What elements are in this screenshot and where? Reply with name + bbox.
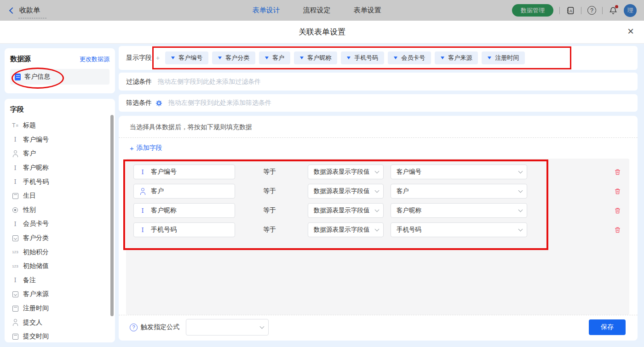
operator-label: 等于 <box>263 168 277 176</box>
rule-row: 手机号码 等于 数据源表显示字段值 手机号码 <box>133 222 629 237</box>
field-item[interactable]: 注册时间 <box>10 301 115 316</box>
field-item[interactable]: 提交时间 <box>10 330 115 342</box>
calendar-icon <box>11 333 19 340</box>
display-field-chip[interactable]: 客户 <box>259 51 290 64</box>
text-icon <box>138 169 147 176</box>
top-navigation-bar: 收款单 表单设计 流程设定 表单设置 数据管理 A ? 理 <box>0 0 644 21</box>
source-type-dropdown[interactable]: 数据源表显示字段值 <box>308 222 384 237</box>
top-tabs: 表单设计 流程设定 表单设置 <box>253 6 381 15</box>
chevron-down-icon <box>375 169 380 173</box>
datasource-item-label: 客户信息 <box>24 73 50 81</box>
source-type-dropdown[interactable]: 数据源表显示字段值 <box>308 203 384 218</box>
field-item[interactable]: 客户 <box>10 147 115 161</box>
fill-rules-card: 当选择具体数据后，将按如下规则填充数据 + 添加字段 客户编号 等于 数据源表显… <box>119 116 638 341</box>
source-type-dropdown[interactable]: 数据源表显示字段值 <box>308 165 384 179</box>
display-field-chip[interactable]: 客户来源 <box>435 51 478 64</box>
filter-placeholder: 拖动左侧字段到此处来添加过滤条件 <box>158 78 261 86</box>
sift-placeholder: 拖动左侧字段到此处来添加筛选条件 <box>168 99 271 107</box>
filter-condition-row[interactable]: 过滤条件 拖动左侧字段到此处来添加过滤条件 <box>119 73 638 91</box>
field-item[interactable]: 客户分类 <box>10 231 115 245</box>
translate-icon[interactable]: A <box>566 6 575 15</box>
delete-rule-icon[interactable] <box>614 207 621 214</box>
chevron-down-icon <box>375 227 380 231</box>
fields-card: 字段 标题 客户编号 客户 客户昵称 手机号码 生日 性别 会员卡号 客户分类 … <box>5 99 115 342</box>
rule-field-box[interactable]: 手机号码 <box>133 222 235 237</box>
field-item[interactable]: 会员卡号 <box>10 217 115 231</box>
svg-text:A: A <box>569 8 573 13</box>
source-field-dropdown[interactable]: 客户昵称 <box>391 203 527 218</box>
field-item[interactable]: 标题 <box>10 119 115 133</box>
field-item[interactable]: 客户昵称 <box>10 161 115 175</box>
change-datasource-link[interactable]: 更改数据源 <box>80 55 109 63</box>
field-item[interactable]: 提交人 <box>10 315 115 330</box>
number-icon <box>11 263 19 270</box>
back-button[interactable]: 收款单 <box>7 6 40 15</box>
data-manage-button[interactable]: 数据管理 <box>512 4 553 17</box>
help-icon[interactable]: ? <box>587 6 596 15</box>
display-field-chip[interactable]: 客户昵称 <box>294 51 337 64</box>
display-field-chips: 客户编号 客户分类 客户 客户昵称 手机号码 会员卡号 客户来源 注册时间 <box>165 51 525 64</box>
field-item[interactable]: 生日 <box>10 189 115 203</box>
field-item[interactable]: 客户来源 <box>10 287 115 301</box>
text-icon <box>11 165 19 171</box>
field-item[interactable]: 备注 <box>10 273 115 288</box>
delete-rule-icon[interactable] <box>614 168 621 176</box>
add-display-field-icon[interactable]: + <box>156 54 160 62</box>
close-icon[interactable]: × <box>627 26 634 37</box>
divider <box>119 137 638 138</box>
bell-icon[interactable] <box>609 6 618 15</box>
dropdown-triangle-icon <box>218 57 222 59</box>
calendar-icon <box>11 193 19 199</box>
chevron-down-icon <box>260 324 264 329</box>
tab-form-setting[interactable]: 表单设置 <box>354 6 381 15</box>
add-field-button[interactable]: + 添加字段 <box>130 144 162 152</box>
avatar[interactable]: 理 <box>624 4 637 17</box>
datasource-card: 数据源 更改数据源 客户信息 <box>5 48 115 93</box>
operator-label: 等于 <box>263 206 277 215</box>
filter-condition-label: 过滤条件 <box>126 78 152 86</box>
trigger-formula-dropdown[interactable] <box>186 319 269 336</box>
tab-form-design[interactable]: 表单设计 <box>253 6 280 15</box>
display-field-chip[interactable]: 会员卡号 <box>388 51 431 64</box>
number-icon <box>11 249 19 256</box>
rule-field-box[interactable]: 客户 <box>133 184 235 199</box>
display-field-chip[interactable]: 注册时间 <box>482 51 525 64</box>
dropdown-triangle-icon <box>441 57 444 59</box>
field-item[interactable]: 性别 <box>10 203 115 217</box>
delete-rule-icon[interactable] <box>614 226 621 233</box>
dropdown-triangle-icon <box>265 57 269 59</box>
text-icon <box>11 221 19 228</box>
display-fields-label: 显示字段 <box>126 54 152 62</box>
modal-title: 关联表单设置 <box>299 27 345 37</box>
modal-header: 关联表单设置 × <box>0 21 644 44</box>
scrollbar[interactable] <box>110 115 114 316</box>
rule-field-box[interactable]: 客户编号 <box>133 165 235 179</box>
source-field-dropdown[interactable]: 客户编号 <box>391 165 527 179</box>
sift-condition-label: 筛选条件 <box>126 99 152 107</box>
display-field-chip[interactable]: 客户分类 <box>212 51 255 64</box>
sift-condition-row[interactable]: 筛选条件 拖动左侧字段到此处来添加筛选条件 <box>119 94 638 112</box>
divider <box>602 7 603 14</box>
gear-icon[interactable] <box>155 100 162 107</box>
help-circle-icon[interactable]: ? <box>130 324 138 331</box>
datasource-title: 数据源 <box>10 55 31 63</box>
field-item[interactable]: 初始储值 <box>10 259 115 273</box>
save-button[interactable]: 保存 <box>589 319 626 335</box>
title-icon <box>11 122 19 129</box>
display-field-chip[interactable]: 手机号码 <box>341 51 384 64</box>
display-field-chip[interactable]: 客户编号 <box>165 51 208 64</box>
delete-rule-icon[interactable] <box>614 188 621 195</box>
field-item[interactable]: 客户编号 <box>10 133 115 147</box>
dropdown-triangle-icon <box>488 57 491 59</box>
fields-title: 字段 <box>10 105 115 114</box>
source-field-dropdown[interactable]: 客户 <box>391 184 527 199</box>
tab-flow-setting[interactable]: 流程设定 <box>303 6 331 15</box>
datasource-item[interactable]: 客户信息 <box>10 69 109 85</box>
field-item[interactable]: 手机号码 <box>10 175 115 189</box>
source-field-dropdown[interactable]: 手机号码 <box>391 222 527 237</box>
rule-row: 客户 等于 数据源表显示字段值 客户 <box>133 184 629 199</box>
radio-icon <box>11 206 19 213</box>
field-item[interactable]: 初始积分 <box>10 245 115 259</box>
rule-field-box[interactable]: 客户昵称 <box>133 203 235 218</box>
source-type-dropdown[interactable]: 数据源表显示字段值 <box>308 184 384 199</box>
